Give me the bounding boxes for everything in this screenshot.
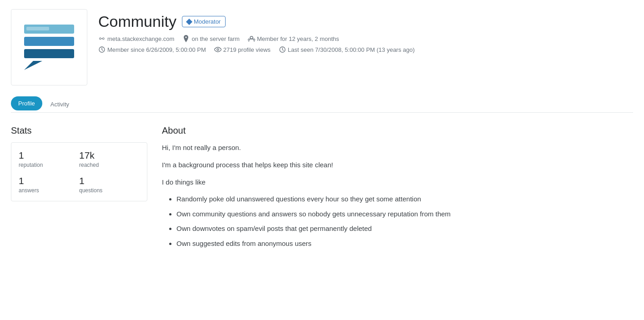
moderator-label: Moderator <box>194 18 221 25</box>
avatar <box>11 9 87 85</box>
community-logo <box>20 18 79 77</box>
stat-reached-label: reached <box>79 162 140 168</box>
stats-card: 1 reputation 17k reached 1 answers 1 que… <box>11 142 147 201</box>
stats-grid: 1 reputation 17k reached 1 answers 1 que… <box>19 150 140 194</box>
member-duration-text: Member for 12 years, 2 months <box>257 35 339 42</box>
list-item: Own downvotes on spam/evil posts that ge… <box>176 224 633 234</box>
last-seen-text: Last seen 7/30/2008, 5:00:00 PM (13 year… <box>288 46 415 53</box>
page-container: Community Moderator ⚯ meta.stackexchange… <box>0 0 644 262</box>
svg-rect-2 <box>24 49 74 58</box>
profile-views-icon <box>214 46 221 53</box>
about-paragraph-1: Hi, I'm not really a person. <box>162 142 633 153</box>
about-paragraph-2: I'm a background process that helps keep… <box>162 160 633 170</box>
profile-name-row: Community Moderator <box>98 13 633 30</box>
tab-profile[interactable]: Profile <box>11 96 42 110</box>
stat-answers: 1 answers <box>19 175 79 194</box>
profile-views-text: 2719 profile views <box>223 46 271 53</box>
stats-title: Stats <box>11 125 147 136</box>
stat-answers-label: answers <box>19 187 79 194</box>
svg-point-7 <box>217 49 219 50</box>
main-content: Stats 1 reputation 17k reached 1 answers <box>11 125 633 253</box>
member-since-meta: Member since 6/26/2009, 5:00:00 PM <box>98 46 206 53</box>
last-seen-meta: Last seen 7/30/2008, 5:00:00 PM (13 year… <box>279 46 415 53</box>
profile-views-meta: 2719 profile views <box>214 46 271 53</box>
svg-rect-4 <box>26 27 49 30</box>
website-meta: ⚯ meta.stackexchange.com <box>98 35 174 42</box>
profile-meta-row-1: ⚯ meta.stackexchange.com on the server f… <box>98 35 633 42</box>
profile-info: Community Moderator ⚯ meta.stackexchange… <box>98 9 633 57</box>
stat-questions-value: 1 <box>79 175 140 186</box>
stat-questions: 1 questions <box>79 175 140 194</box>
svg-rect-1 <box>24 37 74 46</box>
member-duration-icon <box>248 35 255 42</box>
stat-reached-value: 17k <box>79 150 140 161</box>
member-duration-meta: Member for 12 years, 2 months <box>248 35 339 42</box>
website-text: meta.stackexchange.com <box>107 35 174 42</box>
profile-name: Community <box>98 13 176 30</box>
stat-reached: 17k reached <box>79 150 140 168</box>
location-icon <box>182 35 190 42</box>
profile-header: Community Moderator ⚯ meta.stackexchange… <box>11 9 633 85</box>
about-paragraph-3: I do things like <box>162 177 633 188</box>
member-since-icon <box>98 46 106 53</box>
tabs-row: Profile Activity <box>11 96 633 113</box>
left-column: Stats 1 reputation 17k reached 1 answers <box>11 125 147 201</box>
website-icon: ⚯ <box>98 35 106 42</box>
stat-reputation-value: 1 <box>19 150 79 161</box>
profile-meta-row-2: Member since 6/26/2009, 5:00:00 PM 2719 … <box>98 46 633 53</box>
about-title: About <box>162 125 633 136</box>
last-seen-icon <box>279 46 286 53</box>
location-meta: on the server farm <box>182 35 240 42</box>
svg-marker-3 <box>24 61 42 70</box>
stat-answers-value: 1 <box>19 175 79 186</box>
member-since-text: Member since 6/26/2009, 5:00:00 PM <box>107 46 206 53</box>
location-text: on the server farm <box>191 35 240 42</box>
list-item: Randomly poke old unanswered questions e… <box>176 194 633 205</box>
right-column: About Hi, I'm not really a person. I'm a… <box>162 125 633 253</box>
about-list: Randomly poke old unanswered questions e… <box>162 194 633 249</box>
stat-questions-label: questions <box>79 187 140 194</box>
stat-reputation-label: reputation <box>19 162 79 168</box>
diamond-icon <box>186 18 192 25</box>
list-item: Own suggested edits from anonymous users <box>176 239 633 249</box>
list-item: Own community questions and answers so n… <box>176 209 633 220</box>
moderator-badge: Moderator <box>182 16 226 27</box>
tab-activity[interactable]: Activity <box>44 96 75 112</box>
stat-reputation: 1 reputation <box>19 150 79 168</box>
